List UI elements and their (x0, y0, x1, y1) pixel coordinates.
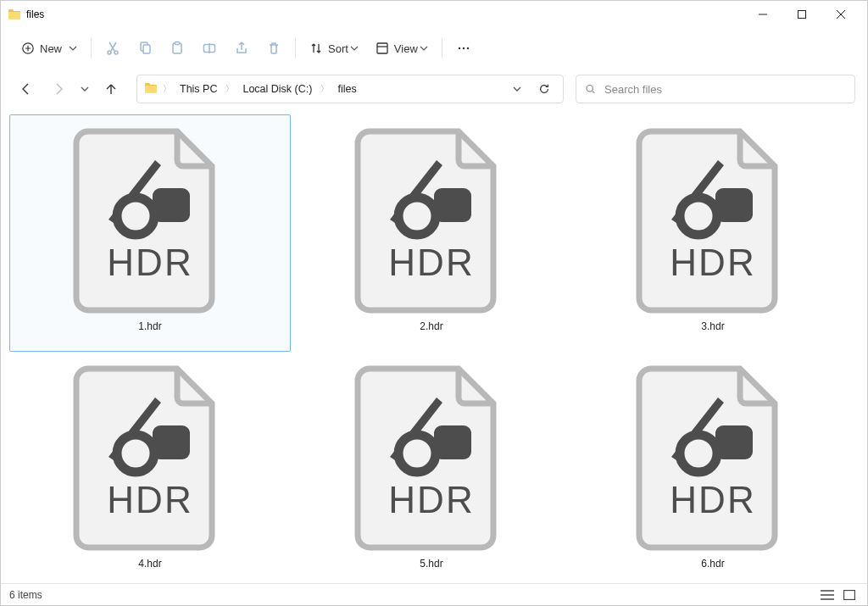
toolbar: New Sort View (1, 28, 867, 69)
file-thumbnail: HDR (628, 359, 798, 554)
chevron-right-icon[interactable]: 〉 (161, 83, 173, 95)
refresh-button[interactable] (532, 83, 556, 95)
search-box[interactable] (576, 75, 855, 103)
file-item[interactable]: HDR 4.hdr (9, 352, 291, 583)
file-thumbnail: HDR (347, 359, 516, 554)
folder-icon (144, 81, 158, 97)
file-thumbnail: HDR (347, 122, 516, 317)
file-grid: HDR 1.hdr HDR 2.hdr HDR 3.hdr HDR (9, 114, 859, 583)
svg-text:HDR: HDR (107, 479, 192, 520)
file-item[interactable]: HDR 5.hdr (291, 352, 572, 583)
svg-point-3 (114, 51, 118, 54)
window-title: files (26, 8, 44, 20)
address-dropdown-button[interactable] (505, 85, 529, 93)
breadcrumb-item[interactable]: Local Disk (C:) (239, 81, 315, 97)
svg-text:HDR: HDR (670, 242, 755, 283)
copy-button[interactable] (129, 33, 161, 64)
svg-text:HDR: HDR (670, 479, 755, 520)
share-button[interactable] (225, 33, 258, 64)
file-name: 1.hdr (138, 320, 161, 332)
svg-point-12 (467, 47, 469, 49)
svg-point-10 (459, 47, 460, 49)
svg-text:HDR: HDR (107, 242, 192, 283)
recent-locations-button[interactable] (77, 75, 92, 103)
details-view-button[interactable] (818, 587, 837, 603)
folder-icon (8, 8, 21, 21)
status-bar: 6 items (1, 583, 867, 605)
paste-button[interactable] (161, 33, 193, 64)
view-label: View (394, 42, 418, 55)
file-name: 5.hdr (420, 558, 442, 570)
chevron-down-icon (350, 44, 359, 53)
svg-point-15 (117, 197, 154, 235)
address-bar[interactable]: 〉 This PC 〉 Local Disk (C:) 〉 files (136, 75, 564, 103)
file-item[interactable]: HDR 6.hdr (572, 352, 854, 583)
file-item[interactable]: HDR 2.hdr (291, 114, 572, 352)
minimize-button[interactable] (743, 1, 782, 28)
forward-button[interactable] (45, 75, 72, 103)
chevron-right-icon[interactable]: 〉 (224, 83, 236, 95)
sort-label: Sort (328, 42, 348, 55)
delete-button[interactable] (258, 33, 290, 64)
file-thumbnail: HDR (65, 359, 235, 554)
svg-point-24 (117, 435, 154, 472)
new-button[interactable]: New (13, 33, 86, 64)
file-name: 4.hdr (138, 558, 161, 570)
breadcrumb-item[interactable]: This PC (176, 81, 220, 97)
view-button[interactable]: View (367, 33, 437, 64)
file-explorer-window: files New Sort View (0, 0, 868, 606)
search-icon (585, 83, 596, 95)
breadcrumb-item[interactable]: files (334, 81, 359, 97)
status-count: 6 items (9, 589, 42, 601)
svg-point-18 (398, 197, 436, 235)
file-name: 6.hdr (701, 558, 724, 570)
chevron-down-icon (420, 44, 428, 53)
svg-rect-32 (844, 590, 855, 599)
title-bar: files (1, 1, 867, 28)
content-area[interactable]: HDR 1.hdr HDR 2.hdr HDR 3.hdr HDR (1, 109, 867, 583)
search-input[interactable] (603, 82, 846, 97)
back-button[interactable] (13, 75, 40, 103)
svg-point-11 (463, 47, 465, 49)
more-button[interactable] (448, 33, 480, 64)
file-item[interactable]: HDR 1.hdr (9, 114, 291, 352)
svg-rect-0 (798, 11, 806, 19)
svg-rect-5 (143, 45, 150, 53)
file-name: 2.hdr (420, 320, 442, 332)
new-label: New (40, 42, 62, 55)
svg-point-27 (398, 435, 436, 472)
svg-point-2 (108, 51, 111, 54)
up-button[interactable] (97, 75, 125, 103)
toolbar-separator (91, 38, 92, 58)
svg-point-21 (680, 197, 717, 235)
svg-rect-9 (377, 43, 387, 53)
close-button[interactable] (821, 1, 860, 28)
file-name: 3.hdr (701, 320, 724, 332)
thumbnails-view-button[interactable] (840, 587, 859, 603)
chevron-right-icon[interactable]: 〉 (319, 83, 331, 95)
toolbar-separator (295, 38, 296, 58)
chevron-down-icon (69, 44, 77, 53)
svg-text:HDR: HDR (388, 242, 474, 283)
cut-button[interactable] (97, 33, 129, 64)
maximize-button[interactable] (782, 1, 821, 28)
svg-point-30 (680, 435, 717, 472)
file-item[interactable]: HDR 3.hdr (572, 114, 854, 352)
file-thumbnail: HDR (65, 122, 235, 317)
toolbar-separator (442, 38, 442, 58)
rename-button[interactable] (193, 33, 225, 64)
sort-button[interactable]: Sort (301, 33, 367, 64)
svg-text:HDR: HDR (388, 479, 474, 520)
svg-point-13 (587, 86, 593, 92)
svg-rect-7 (175, 42, 180, 45)
file-thumbnail: HDR (628, 122, 798, 317)
nav-row: 〉 This PC 〉 Local Disk (C:) 〉 files (1, 69, 867, 109)
